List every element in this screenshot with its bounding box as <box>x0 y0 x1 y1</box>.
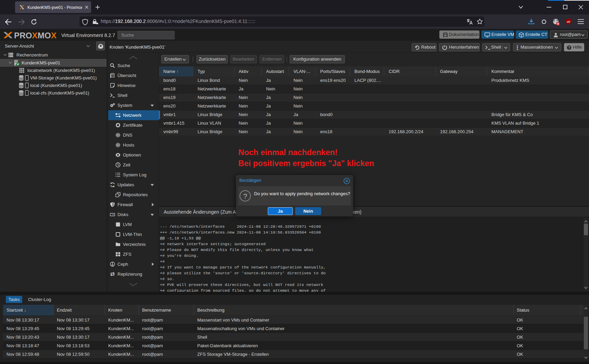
svg-text:?: ? <box>568 46 570 50</box>
svg-text:uO: uO <box>567 21 570 23</box>
svg-text:?: ? <box>243 192 247 200</box>
